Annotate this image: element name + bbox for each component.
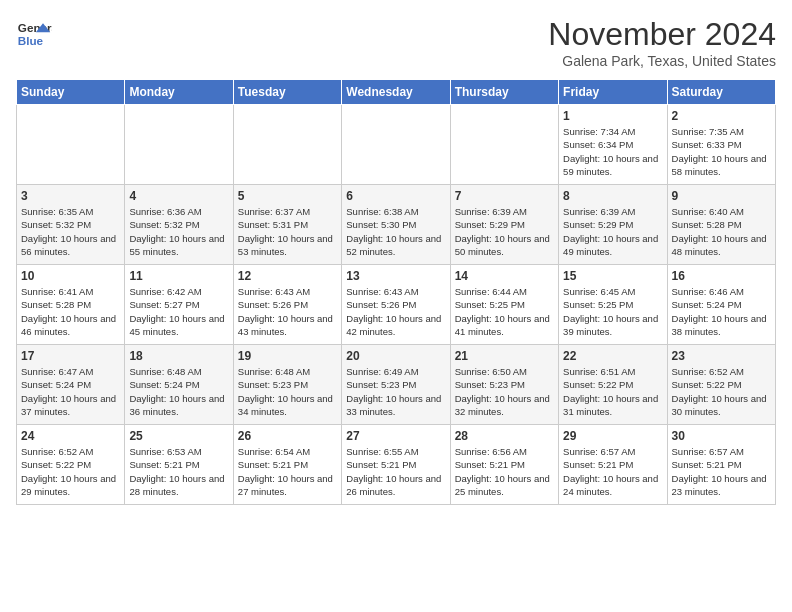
calendar-cell: 17Sunrise: 6:47 AM Sunset: 5:24 PM Dayli… [17, 345, 125, 425]
calendar-week-row: 3Sunrise: 6:35 AM Sunset: 5:32 PM Daylig… [17, 185, 776, 265]
day-number: 10 [21, 269, 120, 283]
calendar-cell: 30Sunrise: 6:57 AM Sunset: 5:21 PM Dayli… [667, 425, 775, 505]
day-info: Sunrise: 6:47 AM Sunset: 5:24 PM Dayligh… [21, 365, 120, 418]
day-info: Sunrise: 6:52 AM Sunset: 5:22 PM Dayligh… [672, 365, 771, 418]
day-info: Sunrise: 6:57 AM Sunset: 5:21 PM Dayligh… [672, 445, 771, 498]
location-subtitle: Galena Park, Texas, United States [548, 53, 776, 69]
day-info: Sunrise: 6:39 AM Sunset: 5:29 PM Dayligh… [455, 205, 554, 258]
day-number: 7 [455, 189, 554, 203]
calendar-cell: 10Sunrise: 6:41 AM Sunset: 5:28 PM Dayli… [17, 265, 125, 345]
day-info: Sunrise: 6:48 AM Sunset: 5:23 PM Dayligh… [238, 365, 337, 418]
day-number: 28 [455, 429, 554, 443]
day-number: 13 [346, 269, 445, 283]
day-info: Sunrise: 6:36 AM Sunset: 5:32 PM Dayligh… [129, 205, 228, 258]
day-number: 11 [129, 269, 228, 283]
day-number: 22 [563, 349, 662, 363]
day-info: Sunrise: 6:55 AM Sunset: 5:21 PM Dayligh… [346, 445, 445, 498]
calendar-cell: 29Sunrise: 6:57 AM Sunset: 5:21 PM Dayli… [559, 425, 667, 505]
calendar-week-row: 24Sunrise: 6:52 AM Sunset: 5:22 PM Dayli… [17, 425, 776, 505]
day-info: Sunrise: 6:51 AM Sunset: 5:22 PM Dayligh… [563, 365, 662, 418]
calendar-week-row: 17Sunrise: 6:47 AM Sunset: 5:24 PM Dayli… [17, 345, 776, 425]
day-info: Sunrise: 6:45 AM Sunset: 5:25 PM Dayligh… [563, 285, 662, 338]
calendar-cell: 8Sunrise: 6:39 AM Sunset: 5:29 PM Daylig… [559, 185, 667, 265]
calendar-cell: 28Sunrise: 6:56 AM Sunset: 5:21 PM Dayli… [450, 425, 558, 505]
calendar-cell: 22Sunrise: 6:51 AM Sunset: 5:22 PM Dayli… [559, 345, 667, 425]
svg-text:General: General [18, 21, 52, 34]
calendar-cell: 20Sunrise: 6:49 AM Sunset: 5:23 PM Dayli… [342, 345, 450, 425]
day-info: Sunrise: 6:43 AM Sunset: 5:26 PM Dayligh… [346, 285, 445, 338]
weekday-header: Monday [125, 80, 233, 105]
weekday-header: Thursday [450, 80, 558, 105]
calendar-cell: 27Sunrise: 6:55 AM Sunset: 5:21 PM Dayli… [342, 425, 450, 505]
calendar-cell: 16Sunrise: 6:46 AM Sunset: 5:24 PM Dayli… [667, 265, 775, 345]
calendar-cell: 13Sunrise: 6:43 AM Sunset: 5:26 PM Dayli… [342, 265, 450, 345]
day-number: 8 [563, 189, 662, 203]
weekday-header: Saturday [667, 80, 775, 105]
day-number: 26 [238, 429, 337, 443]
day-number: 17 [21, 349, 120, 363]
day-info: Sunrise: 6:48 AM Sunset: 5:24 PM Dayligh… [129, 365, 228, 418]
day-info: Sunrise: 6:41 AM Sunset: 5:28 PM Dayligh… [21, 285, 120, 338]
weekday-header: Sunday [17, 80, 125, 105]
day-number: 21 [455, 349, 554, 363]
day-info: Sunrise: 6:39 AM Sunset: 5:29 PM Dayligh… [563, 205, 662, 258]
calendar-cell: 5Sunrise: 6:37 AM Sunset: 5:31 PM Daylig… [233, 185, 341, 265]
calendar-cell: 2Sunrise: 7:35 AM Sunset: 6:33 PM Daylig… [667, 105, 775, 185]
calendar-cell: 12Sunrise: 6:43 AM Sunset: 5:26 PM Dayli… [233, 265, 341, 345]
calendar-cell: 19Sunrise: 6:48 AM Sunset: 5:23 PM Dayli… [233, 345, 341, 425]
day-info: Sunrise: 6:44 AM Sunset: 5:25 PM Dayligh… [455, 285, 554, 338]
svg-text:Blue: Blue [18, 34, 44, 47]
day-info: Sunrise: 6:53 AM Sunset: 5:21 PM Dayligh… [129, 445, 228, 498]
day-number: 19 [238, 349, 337, 363]
day-number: 27 [346, 429, 445, 443]
calendar-week-row: 1Sunrise: 7:34 AM Sunset: 6:34 PM Daylig… [17, 105, 776, 185]
day-number: 16 [672, 269, 771, 283]
month-title: November 2024 [548, 16, 776, 53]
calendar-cell: 9Sunrise: 6:40 AM Sunset: 5:28 PM Daylig… [667, 185, 775, 265]
day-info: Sunrise: 6:43 AM Sunset: 5:26 PM Dayligh… [238, 285, 337, 338]
title-block: November 2024 Galena Park, Texas, United… [548, 16, 776, 69]
day-number: 30 [672, 429, 771, 443]
day-number: 18 [129, 349, 228, 363]
day-number: 23 [672, 349, 771, 363]
day-number: 14 [455, 269, 554, 283]
day-number: 4 [129, 189, 228, 203]
weekday-header: Tuesday [233, 80, 341, 105]
calendar-cell [125, 105, 233, 185]
calendar-cell: 11Sunrise: 6:42 AM Sunset: 5:27 PM Dayli… [125, 265, 233, 345]
day-info: Sunrise: 6:40 AM Sunset: 5:28 PM Dayligh… [672, 205, 771, 258]
day-info: Sunrise: 6:38 AM Sunset: 5:30 PM Dayligh… [346, 205, 445, 258]
day-number: 3 [21, 189, 120, 203]
day-info: Sunrise: 7:34 AM Sunset: 6:34 PM Dayligh… [563, 125, 662, 178]
calendar-table: SundayMondayTuesdayWednesdayThursdayFrid… [16, 79, 776, 505]
calendar-cell: 3Sunrise: 6:35 AM Sunset: 5:32 PM Daylig… [17, 185, 125, 265]
day-number: 2 [672, 109, 771, 123]
day-info: Sunrise: 6:42 AM Sunset: 5:27 PM Dayligh… [129, 285, 228, 338]
calendar-cell [17, 105, 125, 185]
day-number: 5 [238, 189, 337, 203]
calendar-body: 1Sunrise: 7:34 AM Sunset: 6:34 PM Daylig… [17, 105, 776, 505]
day-info: Sunrise: 6:52 AM Sunset: 5:22 PM Dayligh… [21, 445, 120, 498]
logo: General Blue [16, 16, 52, 52]
calendar-cell: 21Sunrise: 6:50 AM Sunset: 5:23 PM Dayli… [450, 345, 558, 425]
calendar-cell [233, 105, 341, 185]
calendar-cell: 4Sunrise: 6:36 AM Sunset: 5:32 PM Daylig… [125, 185, 233, 265]
day-info: Sunrise: 6:49 AM Sunset: 5:23 PM Dayligh… [346, 365, 445, 418]
calendar-cell: 7Sunrise: 6:39 AM Sunset: 5:29 PM Daylig… [450, 185, 558, 265]
day-info: Sunrise: 6:35 AM Sunset: 5:32 PM Dayligh… [21, 205, 120, 258]
calendar-cell: 6Sunrise: 6:38 AM Sunset: 5:30 PM Daylig… [342, 185, 450, 265]
day-number: 15 [563, 269, 662, 283]
calendar-cell: 25Sunrise: 6:53 AM Sunset: 5:21 PM Dayli… [125, 425, 233, 505]
day-info: Sunrise: 6:56 AM Sunset: 5:21 PM Dayligh… [455, 445, 554, 498]
day-info: Sunrise: 7:35 AM Sunset: 6:33 PM Dayligh… [672, 125, 771, 178]
page-header: General Blue November 2024 Galena Park, … [16, 16, 776, 69]
calendar-week-row: 10Sunrise: 6:41 AM Sunset: 5:28 PM Dayli… [17, 265, 776, 345]
day-number: 24 [21, 429, 120, 443]
day-number: 6 [346, 189, 445, 203]
calendar-cell: 18Sunrise: 6:48 AM Sunset: 5:24 PM Dayli… [125, 345, 233, 425]
day-number: 1 [563, 109, 662, 123]
calendar-cell [450, 105, 558, 185]
weekday-header: Wednesday [342, 80, 450, 105]
calendar-header-row: SundayMondayTuesdayWednesdayThursdayFrid… [17, 80, 776, 105]
weekday-header: Friday [559, 80, 667, 105]
